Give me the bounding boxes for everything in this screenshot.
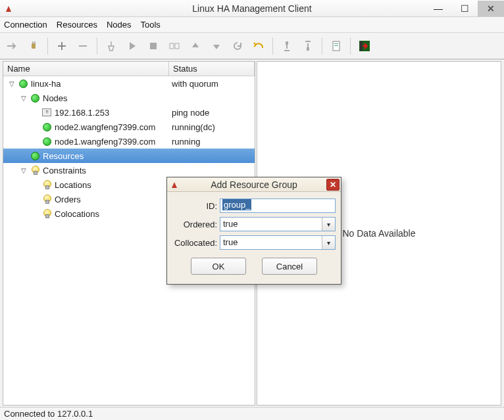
tree-row-label: node2.wangfeng7399.com: [55, 122, 155, 132]
window-maximize-button[interactable]: ☐: [451, 1, 478, 16]
svg-rect-10: [360, 41, 363, 51]
refresh-icon[interactable]: [228, 36, 247, 56]
window-controls: — ☐ ✕: [425, 1, 504, 16]
bulb-icon: [41, 179, 52, 190]
tree-row-status: running: [169, 137, 252, 147]
tree-row-status: with quorum: [169, 79, 252, 89]
svg-rect-4: [286, 41, 288, 45]
connect-icon[interactable]: [3, 36, 22, 56]
chevron-down-icon[interactable]: ▾: [322, 218, 335, 231]
tree-row-status: ping node: [169, 108, 252, 118]
expander-placeholder: [31, 137, 40, 146]
dialog-button-row: OK Cancel: [172, 254, 336, 281]
cleanup-icon[interactable]: [101, 36, 121, 56]
start-icon[interactable]: [122, 36, 142, 56]
add-icon[interactable]: [52, 36, 72, 56]
svg-rect-8: [334, 45, 338, 46]
menu-nodes[interactable]: Nodes: [107, 20, 132, 30]
dialog-app-icon: [170, 180, 179, 189]
svg-rect-0: [32, 43, 36, 49]
id-label: ID:: [172, 201, 220, 211]
collocated-label: Collocated:: [172, 238, 220, 248]
window-minimize-button[interactable]: —: [425, 1, 451, 16]
svg-rect-1: [150, 43, 157, 49]
toolbar-separator: [322, 37, 322, 55]
tree-header-status[interactable]: Status: [169, 62, 255, 76]
ip-node-icon: ⠿: [41, 107, 52, 118]
menu-connection[interactable]: Connection: [4, 20, 47, 30]
detail-empty-text: No Data Available: [342, 228, 415, 239]
down-icon[interactable]: [207, 36, 226, 56]
bulb-icon: [41, 208, 52, 219]
ordered-label: Ordered:: [172, 220, 220, 229]
expander-placeholder: [19, 151, 28, 160]
status-green-icon: [18, 78, 28, 89]
tree-row-label: 192.168.1.253: [55, 108, 109, 118]
tree-row[interactable]: node1.wangfeng7399.comrunning: [3, 134, 255, 149]
tree-row[interactable]: ⠿192.168.1.253ping node: [3, 105, 255, 120]
menu-tools[interactable]: Tools: [141, 20, 161, 30]
chevron-down-icon[interactable]: ▾: [322, 236, 335, 249]
expander-placeholder: [31, 108, 40, 117]
tree-row-label: Resources: [43, 151, 84, 161]
menubar: Connection Resources Nodes Tools: [0, 17, 504, 33]
dialog-close-button[interactable]: ✕: [326, 179, 340, 191]
tree-row-status: running(dc): [169, 122, 252, 132]
status-green-icon: [30, 151, 40, 161]
dialog-body: ID: group_ Ordered: true ▾ Collocated: t…: [167, 192, 341, 284]
active-icon[interactable]: [298, 36, 318, 56]
add-resource-group-dialog: Add Resource Group ✕ ID: group_ Ordered:…: [166, 177, 341, 285]
tree-header: Name Status: [3, 62, 255, 76]
svg-rect-2: [170, 43, 174, 49]
migrate-icon[interactable]: [164, 36, 184, 56]
app-icon: [4, 4, 13, 13]
exit-icon[interactable]: [355, 36, 374, 56]
id-input[interactable]: group_: [220, 198, 336, 213]
statusbar-text: Connected to 127.0.0.1: [4, 409, 93, 419]
form-row-id: ID: group_: [172, 198, 336, 213]
tree-row-label: Nodes: [43, 93, 68, 103]
statusbar: Connected to 127.0.0.1: [0, 407, 504, 420]
tree-row-label: node1.wangfeng7399.com: [55, 137, 155, 147]
dialog-title: Add Resource Group: [167, 179, 341, 190]
tree-row[interactable]: Resources: [3, 149, 255, 163]
collocated-combo[interactable]: true ▾: [220, 235, 336, 250]
ordered-value: true: [220, 218, 322, 231]
expander-icon[interactable]: ▽: [7, 79, 16, 88]
tree-row[interactable]: ▽Nodes: [3, 91, 255, 105]
ok-button[interactable]: OK: [191, 258, 246, 275]
toolbar-separator: [47, 37, 48, 55]
expander-icon[interactable]: ▽: [19, 166, 28, 175]
bulb-icon: [41, 194, 52, 204]
toolbar-separator: [272, 37, 273, 55]
tree-row-label: Colocations: [55, 209, 99, 219]
tree-row[interactable]: ▽linux-hawith quorum: [3, 76, 255, 91]
collocated-value: true: [220, 236, 322, 249]
stop-icon[interactable]: [143, 36, 163, 56]
cancel-button[interactable]: Cancel: [262, 258, 317, 275]
tree-row[interactable]: node2.wangfeng7399.comrunning(dc): [3, 120, 255, 134]
expander-placeholder: [31, 180, 40, 189]
disconnect-icon[interactable]: [24, 36, 43, 56]
tree-row-label: linux-ha: [31, 79, 61, 89]
tree-header-name[interactable]: Name: [3, 62, 169, 76]
menu-resources[interactable]: Resources: [57, 20, 97, 30]
svg-rect-5: [307, 47, 309, 51]
toolbar-separator: [350, 37, 351, 55]
window-close-button[interactable]: ✕: [478, 1, 504, 16]
form-row-ordered: Ordered: true ▾: [172, 217, 336, 231]
expander-icon[interactable]: ▽: [19, 93, 28, 103]
up-icon[interactable]: [186, 36, 205, 56]
bulb-icon: [30, 165, 40, 175]
expander-placeholder: [31, 195, 40, 204]
undo-icon[interactable]: [249, 36, 268, 56]
remove-icon[interactable]: [73, 36, 93, 56]
standby-icon[interactable]: [277, 36, 297, 56]
tree-row[interactable]: ▽Constraints: [3, 163, 255, 177]
tree-row-label: Orders: [55, 195, 81, 204]
dialog-titlebar[interactable]: Add Resource Group ✕: [167, 177, 341, 192]
document-icon[interactable]: [326, 36, 346, 56]
ordered-combo[interactable]: true ▾: [220, 217, 336, 231]
toolbar-separator: [97, 37, 97, 55]
toolbar: [0, 33, 504, 59]
